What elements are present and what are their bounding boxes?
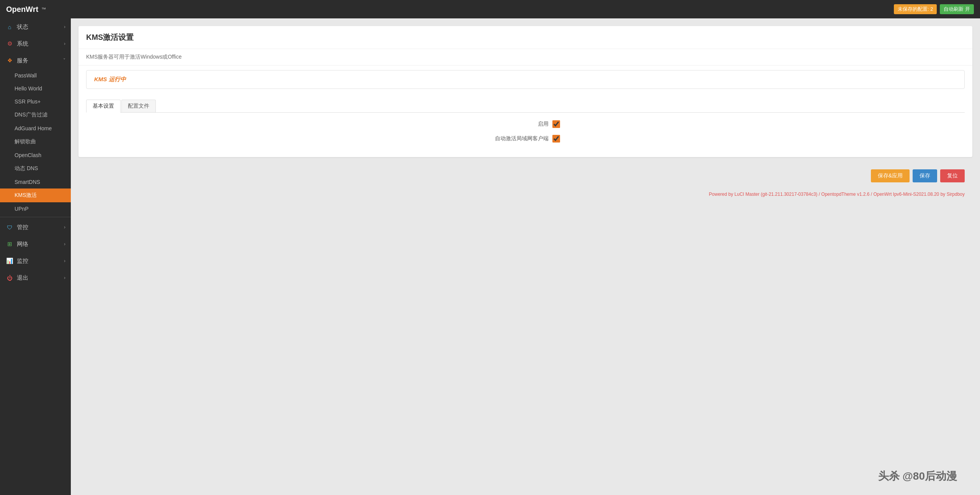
auto-activate-checkbox[interactable] (552, 135, 560, 143)
sidebar-item-openclash[interactable]: OpenClash (0, 149, 71, 162)
sidebar-item-system[interactable]: ⚙ 系统 › (0, 35, 71, 52)
chevron-right-icon-monitor: › (64, 258, 65, 264)
sidebar-item-logout[interactable]: ⏻ 退出 › (0, 269, 71, 286)
monitor-icon: 📊 (5, 257, 14, 265)
chevron-right-icon-system: › (64, 41, 65, 46)
page-title: KMS激活设置 (86, 33, 134, 41)
save-apply-button[interactable]: 保存&应用 (871, 169, 910, 182)
chevron-right-icon-network: › (64, 241, 65, 247)
chevron-right-icon-control: › (64, 225, 65, 230)
sidebar-item-jiesuo[interactable]: 解锁歌曲 (0, 135, 71, 149)
enable-row: 启用 (86, 120, 965, 128)
sidebar: ⌂ 状态 › ⚙ 系统 › ❖ 服务 ˅ PassWall Hello Worl… (0, 18, 71, 495)
tab-basic[interactable]: 基本设置 (86, 100, 121, 113)
sidebar-item-smartdns[interactable]: SmartDNS (0, 175, 71, 188)
unsaved-badge: 未保存的配置: 2 (894, 4, 937, 14)
enable-label: 启用 (491, 121, 552, 128)
sidebar-item-helloworld[interactable]: Hello World (0, 82, 71, 95)
status-bar: KMS 运行中 (86, 70, 965, 89)
enable-checkbox[interactable] (552, 120, 560, 128)
footer-info: Powered by LuCI Master (git-21.211.30217… (78, 188, 972, 203)
sidebar-item-kms[interactable]: KMS激活 (0, 188, 71, 202)
sidebar-item-passwall[interactable]: PassWall (0, 69, 71, 82)
network-icon: ⊞ (5, 240, 14, 248)
form-area: 启用 自动激活局域网客户端 (78, 113, 972, 157)
footer-buttons: 保存&应用 保存 复位 (78, 163, 972, 188)
sidebar-item-control[interactable]: 🛡 管控 › (0, 219, 71, 236)
sidebar-item-service[interactable]: ❖ 服务 ˅ (0, 52, 71, 69)
chevron-right-icon: › (64, 24, 65, 30)
save-button[interactable]: 保存 (913, 169, 937, 182)
sidebar-item-network-label: 网络 (17, 241, 28, 248)
tabs: 基本设置 配置文件 (86, 100, 965, 113)
reset-button[interactable]: 复位 (940, 169, 965, 182)
sidebar-item-status-label: 状态 (17, 23, 28, 31)
sidebar-item-network[interactable]: ⊞ 网络 › (0, 236, 71, 252)
sidebar-item-logout-label: 退出 (17, 274, 28, 282)
tabs-container: 基本设置 配置文件 (78, 93, 972, 113)
home-icon: ⌂ (5, 23, 14, 31)
auto-activate-row: 自动激活局域网客户端 (86, 135, 965, 143)
tab-config[interactable]: 配置文件 (121, 100, 156, 112)
chevron-down-icon: ˅ (63, 58, 65, 63)
kms-card: KMS激活设置 KMS服务器可用于激活Windows或Office KMS 运行… (78, 26, 972, 157)
logo-text: OpenWrt (6, 5, 38, 14)
chevron-right-icon-logout: › (64, 275, 65, 280)
logo-area: OpenWrt ™ (6, 5, 46, 14)
sidebar-item-upnp[interactable]: UPnP (0, 202, 71, 215)
sidebar-item-service-label: 服务 (17, 57, 28, 64)
header-right: 未保存的配置: 2 自动刷新 开 (894, 4, 974, 14)
sidebar-item-ddns[interactable]: 动态 DNS (0, 162, 71, 175)
status-text: KMS 运行中 (94, 76, 126, 82)
main-content: KMS激活设置 KMS服务器可用于激活Windows或Office KMS 运行… (71, 18, 980, 495)
sidebar-item-status[interactable]: ⌂ 状态 › (0, 18, 71, 35)
sidebar-divider-1 (0, 217, 71, 217)
shield-icon: 🛡 (5, 223, 14, 231)
sidebar-item-monitor[interactable]: 📊 监控 › (0, 252, 71, 269)
sidebar-item-control-label: 管控 (17, 224, 28, 231)
layout: ⌂ 状态 › ⚙ 系统 › ❖ 服务 ˅ PassWall Hello Worl… (0, 18, 980, 495)
sidebar-item-ssrplus[interactable]: SSR Plus+ (0, 95, 71, 108)
card-header: KMS激活设置 (78, 26, 972, 49)
logout-icon: ⏻ (5, 274, 14, 282)
logo-tm: ™ (41, 7, 46, 12)
sidebar-item-dns-ad[interactable]: DNS广告过滤 (0, 108, 71, 122)
sidebar-item-adguard[interactable]: AdGuard Home (0, 122, 71, 135)
card-description: KMS服务器可用于激活Windows或Office (78, 49, 972, 66)
auto-refresh-button[interactable]: 自动刷新 开 (940, 4, 974, 14)
top-header: OpenWrt ™ 未保存的配置: 2 自动刷新 开 (0, 0, 980, 18)
sidebar-item-system-label: 系统 (17, 40, 28, 48)
auto-activate-label: 自动激活局域网客户端 (491, 135, 552, 142)
sidebar-item-monitor-label: 监控 (17, 257, 28, 265)
cog-icon: ❖ (5, 56, 14, 65)
gear-icon: ⚙ (5, 39, 14, 48)
